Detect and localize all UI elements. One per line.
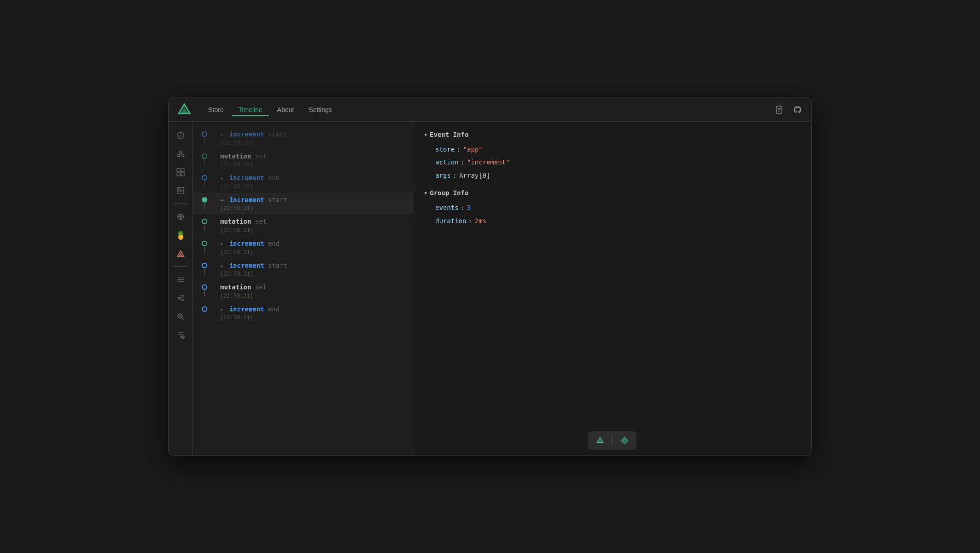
timeline-text-7: ✈ increment start xyxy=(220,261,405,271)
timeline-dot-8 xyxy=(202,284,207,290)
key-action: action xyxy=(435,157,459,167)
time-2: [22:59:20] xyxy=(220,162,405,168)
vline-1 xyxy=(204,137,205,144)
group-info-title: Group Info xyxy=(430,189,468,197)
timeline-dot-5 xyxy=(202,219,207,224)
timeline-dot-4 xyxy=(202,197,207,203)
document-icon-btn[interactable] xyxy=(773,103,786,116)
app-window: Store Timeline About Settings xyxy=(168,97,812,456)
group-info-duration-row: duration : 2ms xyxy=(424,214,800,227)
timeline-entry-3[interactable]: ✈ increment end [22:59:20] xyxy=(193,171,413,193)
timeline-text-4: ✈ increment start xyxy=(220,196,405,205)
timeline-text-3: ✈ increment end xyxy=(220,174,405,183)
sidebar-divider-1 xyxy=(173,203,188,204)
val-events: 3 xyxy=(467,203,471,213)
label-mutation-5: mutation xyxy=(220,218,251,225)
group-info-events-row: events : 3 xyxy=(424,201,800,214)
label-increment-9: increment xyxy=(229,305,264,313)
svg-point-43 xyxy=(622,438,627,443)
arrow-icon-3: ✈ xyxy=(220,175,223,181)
svg-point-44 xyxy=(623,440,626,442)
timeline-content-2: mutation set [22:59:20] xyxy=(217,152,405,169)
key-store: store xyxy=(435,144,455,154)
timeline-entry-8[interactable]: mutation set [22:59:21] xyxy=(193,280,413,302)
timeline-entry-1[interactable]: ✈ increment start [22:59:20] xyxy=(193,127,413,149)
timeline-entry-2[interactable]: mutation set [22:59:20] xyxy=(193,149,413,171)
collapse-icon-group: ▼ xyxy=(424,191,427,196)
sidebar-item-search[interactable] xyxy=(172,308,189,325)
svg-point-26 xyxy=(178,297,180,299)
svg-point-8 xyxy=(180,134,181,135)
timeline-entry-6[interactable]: ✈ increment end [22:59:21] xyxy=(193,237,413,259)
timeline-entry-4[interactable]: ✈ increment start [22:59:21] xyxy=(193,193,413,215)
timeline-entry-9[interactable]: ✈ increment end [22:59:21] xyxy=(193,302,413,324)
event-info-header[interactable]: ▼ Event Info xyxy=(424,131,800,138)
timeline-entry-5[interactable]: mutation set [22:59:21] xyxy=(193,214,413,237)
svg-rect-16 xyxy=(177,173,180,176)
label-increment-7: increment xyxy=(229,262,264,269)
github-icon-btn[interactable] xyxy=(791,103,804,116)
sidebar-item-assets[interactable] xyxy=(172,182,189,199)
vline-4 xyxy=(204,203,205,209)
event-info-action-row: action : "increment" xyxy=(424,156,800,169)
svg-rect-15 xyxy=(181,169,184,172)
sidebar-item-list[interactable] xyxy=(172,271,189,288)
colon-events: : xyxy=(461,203,464,213)
time-1: [22:59:20] xyxy=(220,140,405,147)
sidebar-item-graph[interactable] xyxy=(172,290,189,306)
colon-args: : xyxy=(453,170,456,181)
tab-settings[interactable]: Settings xyxy=(302,103,338,116)
tab-timeline[interactable]: Timeline xyxy=(232,103,268,116)
svg-line-29 xyxy=(180,297,182,298)
vue-nav-btn[interactable] xyxy=(590,432,610,449)
time-4: [22:59:21] xyxy=(220,205,405,212)
collapse-icon-event: ▼ xyxy=(424,132,427,137)
colon-store: : xyxy=(456,144,460,154)
timeline-dot-6 xyxy=(202,241,207,246)
svg-line-13 xyxy=(181,153,182,155)
timeline-text-1: ✈ increment start xyxy=(220,130,405,139)
event-info-store-row: store : "app" xyxy=(424,143,800,156)
time-7: [22:59:21] xyxy=(220,271,405,277)
group-info-header[interactable]: ▼ Group Info xyxy=(424,189,800,197)
timeline-content-3: ✈ increment end [22:59:20] xyxy=(217,174,405,190)
content-area: ✈ increment start [22:59:20] xyxy=(193,122,811,455)
time-3: [22:59:20] xyxy=(220,184,405,190)
svg-rect-17 xyxy=(181,173,184,176)
sidebar-item-components[interactable] xyxy=(172,146,189,162)
svg-line-32 xyxy=(182,318,184,320)
tag-set-2: set xyxy=(255,152,267,160)
sidebar-item-pinia[interactable]: 🍍 xyxy=(172,227,189,243)
target-btn[interactable] xyxy=(615,432,635,449)
label-increment-4: increment xyxy=(229,196,264,203)
sidebar-item-filter[interactable] xyxy=(172,327,189,343)
timeline-content-9: ✈ increment end [22:59:21] xyxy=(217,305,405,322)
timeline-panel[interactable]: ✈ increment start [22:59:20] xyxy=(193,122,413,455)
label-increment-6: increment xyxy=(229,240,264,247)
event-info-title: Event Info xyxy=(430,131,468,138)
sidebar-item-vue[interactable] xyxy=(172,245,189,262)
event-info-section: ▼ Event Info store : "app" action : "inc… xyxy=(424,131,800,182)
sidebar-divider-2 xyxy=(173,266,188,267)
sidebar-item-info[interactable] xyxy=(172,127,189,144)
timeline-dot-9 xyxy=(202,306,207,312)
vline-6 xyxy=(204,247,205,253)
tab-store[interactable]: Store xyxy=(202,103,230,116)
colon-action: : xyxy=(461,157,464,167)
key-events: events xyxy=(435,203,459,213)
bottom-divider xyxy=(612,436,613,445)
timeline-content-4: ✈ increment start [22:59:21] xyxy=(217,196,405,212)
timeline-dot-1 xyxy=(202,131,207,137)
svg-rect-14 xyxy=(177,169,180,172)
tab-about[interactable]: About xyxy=(271,103,301,116)
sidebar-item-structure[interactable] xyxy=(172,164,189,181)
sidebar-item-routing[interactable] xyxy=(172,209,189,225)
timeline-entry-7[interactable]: ✈ increment start [22:59:21] xyxy=(193,259,413,281)
time-5: [22:59:21] xyxy=(220,227,405,234)
arrow-icon-7: ✈ xyxy=(220,263,223,269)
svg-point-10 xyxy=(177,155,179,157)
svg-point-9 xyxy=(179,151,182,153)
detail-panel: ▼ Event Info store : "app" action : "inc… xyxy=(413,122,811,455)
svg-point-28 xyxy=(182,299,183,301)
timeline-content-5: mutation set [22:59:21] xyxy=(217,217,405,234)
